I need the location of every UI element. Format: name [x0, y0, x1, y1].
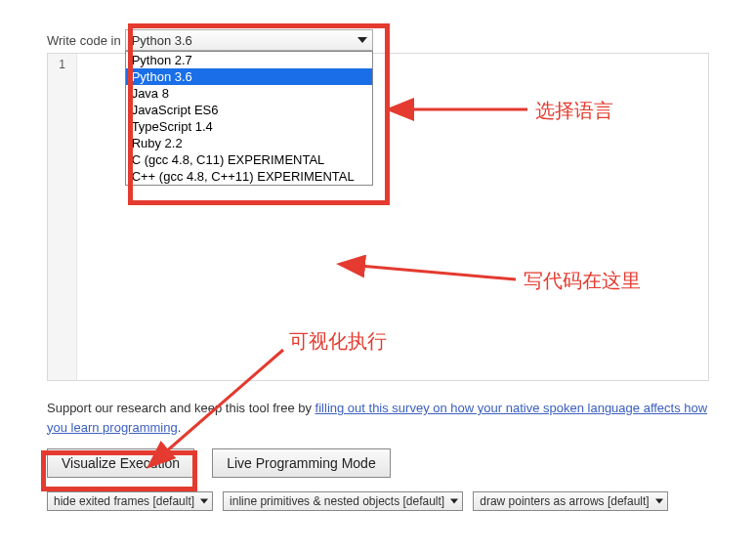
svg-line-3 [164, 350, 283, 453]
annotation-arrow-3 [0, 0, 756, 553]
annotation-write-code: 写代码在这里 [524, 268, 641, 294]
annotation-select-language: 选择语言 [535, 98, 613, 124]
annotation-visualize: 可视化执行 [289, 328, 387, 355]
